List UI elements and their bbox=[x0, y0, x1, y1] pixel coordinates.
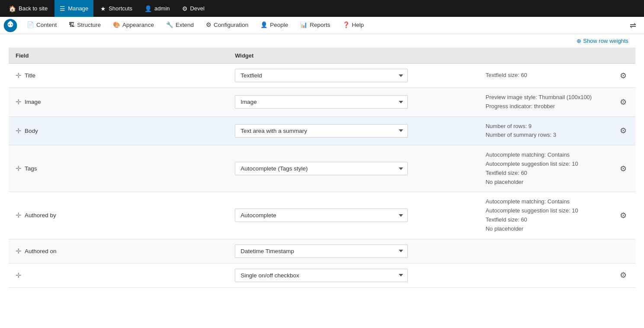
col-header-action bbox=[604, 48, 635, 64]
drag-handle-image: ✛ Image bbox=[16, 98, 221, 106]
widget-select-authored-on[interactable]: Datetime Timestamp bbox=[235, 244, 408, 258]
info-text-image: Preview image style: Thumbnail (100x100)… bbox=[486, 93, 597, 111]
gear-button-authored-by[interactable]: ⚙ bbox=[618, 209, 628, 222]
field-label: Authored by bbox=[25, 212, 56, 219]
info-text-authored-by: Autocomplete matching: ContainsAutocompl… bbox=[486, 197, 597, 233]
people-icon: 👤 bbox=[260, 21, 268, 28]
shortcuts-icon: ★ bbox=[100, 5, 106, 12]
nav-content[interactable]: 📄 Content bbox=[21, 17, 63, 34]
table-row: ✛ Image Image Preview image style: Thumb… bbox=[9, 88, 635, 117]
show-row-weights-link[interactable]: ⊕ Show row weights bbox=[577, 38, 628, 44]
admin-bar: 🏠 Back to site ☰ Manage ★ Shortcuts 👤 ad… bbox=[0, 0, 644, 17]
nav-reports[interactable]: 📊 Reports bbox=[294, 17, 336, 34]
nav-structure[interactable]: 🏗 Structure bbox=[63, 17, 107, 34]
weights-icon: ⊕ bbox=[577, 38, 581, 44]
drag-handle-promoted: ✛ bbox=[16, 271, 221, 280]
devel-link[interactable]: ⚙ Devel bbox=[177, 0, 210, 17]
gear-button-image[interactable]: ⚙ bbox=[618, 96, 628, 109]
drag-icon[interactable]: ✛ bbox=[16, 127, 21, 135]
appearance-icon: 🎨 bbox=[113, 21, 120, 28]
info-text-body: Number of rows: 9Number of summary rows:… bbox=[486, 122, 597, 140]
field-label: Image bbox=[25, 99, 41, 105]
extend-icon: 🔧 bbox=[166, 21, 173, 28]
svg-point-2 bbox=[11, 24, 13, 25]
gear-button-title[interactable]: ⚙ bbox=[618, 69, 628, 82]
home-icon: 🏠 bbox=[9, 5, 16, 12]
table-row: ✛ Single on/off checkbox ⚙ bbox=[9, 263, 635, 287]
devel-icon: ⚙ bbox=[182, 5, 188, 12]
fields-table: Field Widget ✛ Title Textfield Textfield… bbox=[9, 48, 635, 288]
table-row: ✛ Tags Autocomplete (Tags style) Autocom… bbox=[9, 145, 635, 192]
shortcuts-link[interactable]: ★ Shortcuts bbox=[95, 0, 138, 17]
widget-select-authored-by[interactable]: Autocomplete bbox=[235, 209, 408, 222]
drag-handle-authored-by: ✛ Authored by bbox=[16, 211, 221, 219]
help-icon: ❓ bbox=[343, 21, 350, 28]
col-header-info bbox=[479, 48, 604, 64]
widget-select-body[interactable]: Text area with a summary bbox=[235, 124, 408, 138]
svg-point-1 bbox=[9, 24, 10, 25]
widget-select-tags[interactable]: Autocomplete (Tags style) bbox=[235, 162, 408, 175]
drag-icon[interactable]: ✛ bbox=[16, 271, 21, 280]
field-label: Tags bbox=[25, 165, 37, 172]
drupal-logo bbox=[3, 19, 17, 32]
drag-handle-authored-on: ✛ Authored on bbox=[16, 247, 221, 255]
col-header-widget: Widget bbox=[228, 48, 479, 64]
manage-link[interactable]: ☰ Manage bbox=[54, 0, 93, 17]
collapse-sidebar-button[interactable]: ⇌ bbox=[625, 21, 641, 30]
admin-link[interactable]: 👤 admin bbox=[139, 0, 175, 17]
drag-handle-body: ✛ Body bbox=[16, 127, 221, 135]
field-label: Title bbox=[25, 72, 35, 79]
reports-icon: 📊 bbox=[300, 21, 308, 28]
widget-select-title[interactable]: Textfield bbox=[235, 69, 408, 82]
row-weights-bar: ⊕ Show row weights bbox=[9, 34, 635, 48]
drag-handle-title: ✛ Title bbox=[16, 71, 221, 80]
table-row: ✛ Title Textfield Textfield size: 60 ⚙ bbox=[9, 64, 635, 88]
drag-icon[interactable]: ✛ bbox=[16, 98, 21, 106]
secondary-nav: 📄 Content 🏗 Structure 🎨 Appearance 🔧 Ext… bbox=[0, 17, 644, 34]
content-icon: 📄 bbox=[27, 21, 34, 28]
drag-handle-tags: ✛ Tags bbox=[16, 164, 221, 173]
field-label: Body bbox=[25, 128, 38, 134]
nav-appearance[interactable]: 🎨 Appearance bbox=[107, 17, 160, 34]
gear-button-promoted[interactable]: ⚙ bbox=[618, 269, 628, 282]
nav-help[interactable]: ❓ Help bbox=[336, 17, 370, 34]
table-row: ✛ Authored by Autocomplete Autocomplete … bbox=[9, 192, 635, 239]
drag-icon[interactable]: ✛ bbox=[16, 211, 21, 219]
drag-icon[interactable]: ✛ bbox=[16, 164, 21, 173]
widget-select-promoted[interactable]: Single on/off checkbox bbox=[235, 269, 408, 282]
widget-select-image[interactable]: Image bbox=[235, 95, 408, 109]
info-text-title: Textfield size: 60 bbox=[486, 71, 597, 80]
nav-extend[interactable]: 🔧 Extend bbox=[160, 17, 200, 34]
drag-icon[interactable]: ✛ bbox=[16, 71, 21, 80]
table-body: ✛ Title Textfield Textfield size: 60 ⚙ ✛… bbox=[9, 64, 635, 288]
structure-icon: 🏗 bbox=[69, 22, 75, 28]
field-label: Authored on bbox=[25, 248, 57, 254]
col-header-field: Field bbox=[9, 48, 228, 64]
table-row: ✛ Authored on Datetime Timestamp bbox=[9, 239, 635, 263]
drag-icon[interactable]: ✛ bbox=[16, 247, 21, 255]
table-row: ✛ Body Text area with a summary Number o… bbox=[9, 116, 635, 145]
user-icon: 👤 bbox=[144, 5, 152, 12]
table-header: Field Widget bbox=[9, 48, 635, 64]
gear-button-tags[interactable]: ⚙ bbox=[618, 162, 628, 175]
configuration-icon: ⚙ bbox=[206, 21, 211, 28]
info-text-tags: Autocomplete matching: ContainsAutocompl… bbox=[486, 151, 597, 187]
gear-button-body[interactable]: ⚙ bbox=[618, 124, 628, 137]
nav-configuration[interactable]: ⚙ Configuration bbox=[200, 17, 254, 34]
main-content: ⊕ Show row weights Field Widget ✛ Title … bbox=[0, 34, 644, 296]
nav-people[interactable]: 👤 People bbox=[254, 17, 294, 34]
manage-icon: ☰ bbox=[60, 5, 65, 12]
back-to-site-link[interactable]: 🏠 Back to site bbox=[3, 0, 53, 17]
